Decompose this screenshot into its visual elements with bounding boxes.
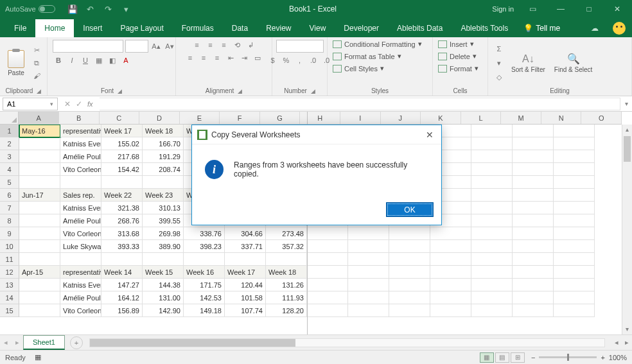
cell[interactable]: 357.32: [266, 240, 307, 253]
sheet-tab-sheet1[interactable]: Sheet1: [23, 335, 65, 350]
column-header[interactable]: J: [381, 112, 421, 124]
scroll-up-icon[interactable]: ▴: [622, 125, 632, 135]
cell[interactable]: Jun-17: [19, 189, 60, 202]
comma-icon[interactable]: ,: [294, 55, 306, 65]
cell[interactable]: [307, 227, 348, 240]
cell[interactable]: representative: [60, 266, 101, 279]
cell[interactable]: [471, 137, 513, 150]
cell[interactable]: [513, 279, 554, 291]
qat-dropdown-icon[interactable]: ▾: [121, 4, 132, 14]
cell[interactable]: 337.71: [225, 240, 266, 253]
zoom-slider[interactable]: [539, 356, 597, 358]
percent-icon[interactable]: %: [281, 55, 292, 65]
cell[interactable]: 128.20: [266, 304, 307, 317]
cell[interactable]: [348, 304, 389, 317]
fx-icon[interactable]: fx: [87, 100, 93, 108]
cell[interactable]: [513, 125, 554, 137]
row-header[interactable]: 3: [0, 150, 19, 163]
row-header[interactable]: 12: [0, 266, 19, 279]
cell[interactable]: [471, 176, 513, 189]
vertical-scrollbar[interactable]: ▴ ▾: [622, 125, 632, 334]
tab-ablebits-data[interactable]: Ablebits Data: [388, 19, 452, 37]
cell[interactable]: [143, 253, 184, 266]
cell[interactable]: 155.02: [101, 137, 143, 150]
row-header[interactable]: 13: [0, 279, 19, 291]
cell[interactable]: [19, 279, 60, 291]
hscroll-left-icon[interactable]: ◂: [611, 338, 622, 347]
cell[interactable]: [348, 279, 389, 291]
cell[interactable]: [554, 279, 595, 291]
hscroll-right-icon[interactable]: ▸: [622, 338, 632, 347]
row-header[interactable]: 1: [0, 125, 19, 137]
cell[interactable]: [389, 279, 430, 291]
enter-formula-icon[interactable]: ✓: [76, 100, 82, 108]
conditional-formatting-button[interactable]: Conditional Formatting ▾: [333, 40, 422, 48]
cell[interactable]: [307, 240, 348, 253]
cell[interactable]: [143, 176, 184, 189]
cell[interactable]: [554, 202, 595, 214]
cell[interactable]: [430, 240, 471, 253]
cell[interactable]: 131.26: [266, 279, 307, 291]
column-header[interactable]: H: [300, 112, 340, 124]
column-header[interactable]: A: [19, 112, 59, 124]
cell[interactable]: Amélie Poulain: [60, 214, 101, 227]
column-header[interactable]: I: [340, 112, 381, 124]
normal-view-button[interactable]: ▦: [480, 352, 494, 363]
cell[interactable]: [348, 227, 389, 240]
redo-icon[interactable]: ↷: [103, 4, 114, 14]
copy-icon[interactable]: ⧉: [31, 58, 42, 68]
row-header[interactable]: 14: [0, 291, 19, 304]
tab-file[interactable]: File: [5, 19, 35, 37]
cell[interactable]: 147.27: [101, 279, 143, 291]
cell[interactable]: [513, 163, 554, 176]
cell[interactable]: [430, 291, 471, 304]
cell[interactable]: [19, 240, 60, 253]
number-format-select[interactable]: [276, 40, 324, 53]
align-top-icon[interactable]: ≡: [191, 40, 203, 50]
align-left-icon[interactable]: ≡: [184, 53, 196, 63]
cell[interactable]: [513, 240, 554, 253]
cell[interactable]: [19, 150, 60, 163]
cell[interactable]: [471, 291, 513, 304]
cell[interactable]: 269.98: [143, 227, 184, 240]
cell[interactable]: 191.29: [143, 150, 184, 163]
cell[interactable]: [471, 279, 513, 291]
cell[interactable]: 131.00: [143, 291, 184, 304]
macro-record-icon[interactable]: ▦: [35, 353, 41, 361]
cell[interactable]: [471, 227, 513, 240]
cell[interactable]: 217.68: [101, 150, 143, 163]
align-right-icon[interactable]: ≡: [211, 53, 223, 63]
fill-icon[interactable]: ▾: [493, 58, 505, 68]
cell[interactable]: 164.12: [101, 291, 143, 304]
cell[interactable]: [389, 240, 430, 253]
fill-color-icon[interactable]: ◧: [107, 55, 118, 65]
delete-cells-button[interactable]: Delete ▾: [438, 52, 477, 60]
cell[interactable]: [513, 202, 554, 214]
cell[interactable]: [348, 291, 389, 304]
name-box[interactable]: A1 ▾: [3, 98, 58, 110]
alignment-launcher-icon[interactable]: ◢: [238, 88, 242, 94]
cell[interactable]: Katniss Everdeen: [60, 279, 101, 291]
cell[interactable]: [554, 137, 595, 150]
sheet-nav-prev-icon[interactable]: ◂: [0, 338, 12, 347]
name-box-dropdown-icon[interactable]: ▾: [50, 101, 53, 107]
cell[interactable]: [19, 291, 60, 304]
cell[interactable]: [554, 266, 595, 279]
cell[interactable]: [471, 214, 513, 227]
tab-insert[interactable]: Insert: [74, 19, 111, 37]
page-break-view-button[interactable]: ⊞: [511, 352, 525, 363]
cell[interactable]: [554, 150, 595, 163]
cell[interactable]: [389, 304, 430, 317]
zoom-level[interactable]: 100%: [609, 354, 627, 361]
undo-icon[interactable]: ↶: [85, 4, 96, 14]
cell[interactable]: 268.76: [101, 214, 143, 227]
cell[interactable]: [513, 150, 554, 163]
decrease-font-icon[interactable]: A▾: [164, 41, 175, 51]
horizontal-scrollbar[interactable]: [89, 338, 605, 347]
sheet-nav-next-icon[interactable]: ▸: [12, 338, 23, 347]
maximize-icon[interactable]: □: [579, 4, 599, 13]
cell[interactable]: [389, 266, 430, 279]
format-cells-button[interactable]: Format ▾: [438, 64, 478, 73]
cell[interactable]: 154.42: [101, 163, 143, 176]
cell[interactable]: 144.38: [143, 279, 184, 291]
